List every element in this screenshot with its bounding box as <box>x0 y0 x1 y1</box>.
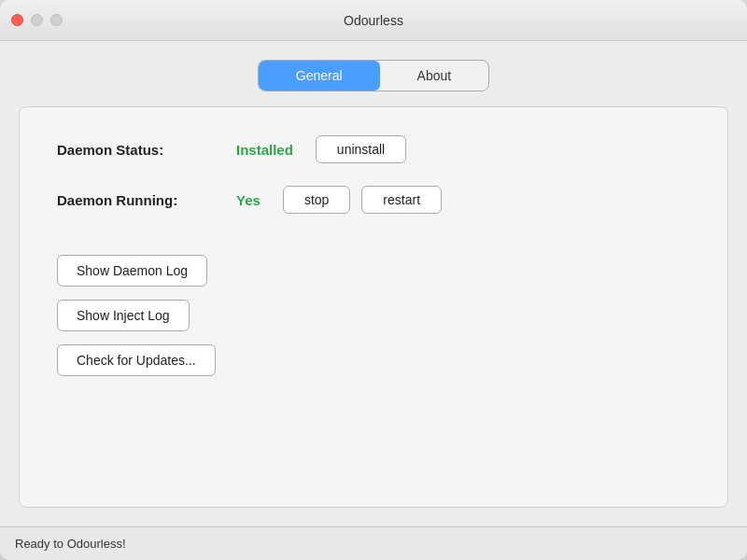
tab-about[interactable]: About <box>380 61 489 91</box>
uninstall-button[interactable]: uninstall <box>316 135 406 163</box>
stop-button[interactable]: stop <box>283 186 350 214</box>
daemon-running-label: Daemon Running: <box>57 192 225 208</box>
tab-container: General About <box>258 60 489 91</box>
daemon-running-value: Yes <box>236 192 261 208</box>
daemon-status-label: Daemon Status: <box>57 142 225 158</box>
traffic-lights <box>11 14 63 26</box>
tab-bar: General About <box>19 60 728 91</box>
status-bar-text: Ready to Odourless! <box>15 537 126 551</box>
daemon-running-row: Daemon Running: Yes stop restart <box>57 186 690 214</box>
main-panel: Daemon Status: Installed uninstall Daemo… <box>19 106 728 508</box>
window-title: Odourless <box>344 13 403 28</box>
check-updates-button[interactable]: Check for Updates... <box>57 344 216 376</box>
app-window: Odourless General About Daemon Status: I… <box>0 0 747 560</box>
close-button[interactable] <box>11 14 23 26</box>
minimize-button[interactable] <box>31 14 43 26</box>
spacer <box>57 236 690 255</box>
show-daemon-log-button[interactable]: Show Daemon Log <box>57 255 207 287</box>
maximize-button[interactable] <box>50 14 63 26</box>
tab-general[interactable]: General <box>259 61 380 91</box>
title-bar: Odourless <box>0 0 747 41</box>
status-bar: Ready to Odourless! <box>0 526 747 560</box>
daemon-status-row: Daemon Status: Installed uninstall <box>57 135 690 163</box>
show-inject-log-button[interactable]: Show Inject Log <box>57 300 190 331</box>
window-content: General About Daemon Status: Installed u… <box>0 41 747 526</box>
restart-button[interactable]: restart <box>361 186 442 214</box>
daemon-status-value: Installed <box>236 142 293 158</box>
